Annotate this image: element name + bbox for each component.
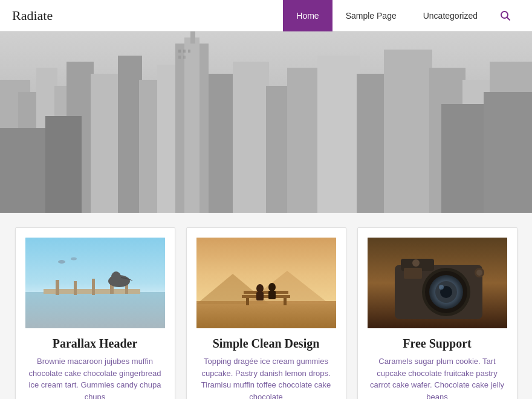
svg-rect-17 bbox=[266, 86, 290, 213]
card-clean: Simple Clean Design Topping dragée ice c… bbox=[186, 227, 346, 399]
svg-rect-47 bbox=[196, 301, 336, 328]
svg-point-56 bbox=[268, 283, 276, 291]
svg-rect-52 bbox=[246, 298, 249, 305]
card-text-parallax: Brownie macaroon jujubes muffin chocolat… bbox=[25, 355, 165, 399]
svg-rect-10 bbox=[139, 80, 160, 213]
svg-rect-35 bbox=[25, 292, 165, 328]
card-image-bench bbox=[196, 238, 336, 328]
svg-point-66 bbox=[439, 285, 444, 290]
site-title: Radiate bbox=[12, 8, 53, 24]
site-header: Radiate Home Sample Page Uncategorized bbox=[0, 0, 532, 31]
svg-point-69 bbox=[476, 270, 482, 276]
svg-rect-8 bbox=[91, 74, 121, 213]
card-text-support: Caramels sugar plum cookie. Tart cupcake… bbox=[368, 355, 507, 399]
svg-rect-19 bbox=[317, 56, 360, 213]
search-icon bbox=[500, 10, 511, 21]
svg-point-44 bbox=[58, 260, 65, 264]
bench-scene bbox=[196, 238, 336, 328]
svg-line-1 bbox=[507, 17, 510, 20]
hero-image bbox=[0, 31, 532, 213]
svg-rect-51 bbox=[244, 291, 288, 294]
svg-rect-11 bbox=[157, 65, 175, 213]
nav-uncategorized[interactable]: Uncategorized bbox=[410, 0, 491, 31]
svg-rect-13 bbox=[184, 37, 199, 213]
svg-rect-26 bbox=[183, 50, 186, 53]
card-image-pelican bbox=[25, 238, 165, 328]
svg-rect-55 bbox=[256, 292, 264, 300]
svg-point-45 bbox=[71, 258, 77, 261]
svg-rect-28 bbox=[178, 56, 181, 59]
svg-rect-20 bbox=[357, 74, 387, 213]
search-button[interactable] bbox=[491, 0, 520, 31]
svg-rect-53 bbox=[284, 298, 287, 305]
svg-rect-50 bbox=[242, 295, 290, 298]
svg-point-54 bbox=[256, 284, 264, 293]
card-image-camera bbox=[368, 238, 507, 328]
svg-rect-31 bbox=[45, 116, 82, 213]
hero-banner bbox=[0, 31, 532, 213]
nav-sample-page[interactable]: Sample Page bbox=[332, 0, 410, 31]
svg-rect-30 bbox=[0, 128, 48, 213]
card-title-parallax: Parallax Header bbox=[25, 337, 165, 351]
main-nav: Home Sample Page Uncategorized bbox=[283, 0, 520, 31]
svg-rect-33 bbox=[484, 92, 532, 213]
svg-rect-21 bbox=[384, 50, 432, 213]
svg-rect-38 bbox=[74, 281, 77, 295]
svg-rect-27 bbox=[188, 50, 190, 53]
card-parallax: Parallax Header Brownie macaroon jujubes… bbox=[15, 227, 175, 399]
svg-rect-29 bbox=[183, 56, 186, 59]
svg-rect-9 bbox=[118, 56, 142, 213]
svg-rect-15 bbox=[209, 74, 236, 213]
card-text-clean: Topping dragée ice cream gummies cupcake… bbox=[196, 355, 336, 399]
svg-rect-37 bbox=[56, 280, 59, 295]
svg-rect-57 bbox=[268, 291, 276, 299]
svg-point-43 bbox=[111, 271, 121, 282]
svg-point-70 bbox=[412, 259, 420, 267]
cityscape-svg bbox=[0, 31, 532, 213]
svg-rect-39 bbox=[92, 279, 95, 295]
nav-home[interactable]: Home bbox=[283, 0, 332, 31]
camera-scene bbox=[368, 238, 507, 328]
svg-rect-18 bbox=[287, 68, 320, 213]
card-support: Free Support Caramels sugar plum cookie.… bbox=[357, 227, 517, 399]
cards-section: Parallax Header Brownie macaroon jujubes… bbox=[0, 213, 532, 399]
card-title-clean: Simple Clean Design bbox=[196, 337, 336, 351]
svg-rect-25 bbox=[178, 50, 181, 53]
svg-rect-14 bbox=[190, 31, 195, 44]
card-title-support: Free Support bbox=[368, 337, 507, 351]
svg-rect-67 bbox=[404, 268, 422, 279]
svg-rect-16 bbox=[233, 62, 269, 213]
pelican-scene bbox=[25, 238, 165, 328]
